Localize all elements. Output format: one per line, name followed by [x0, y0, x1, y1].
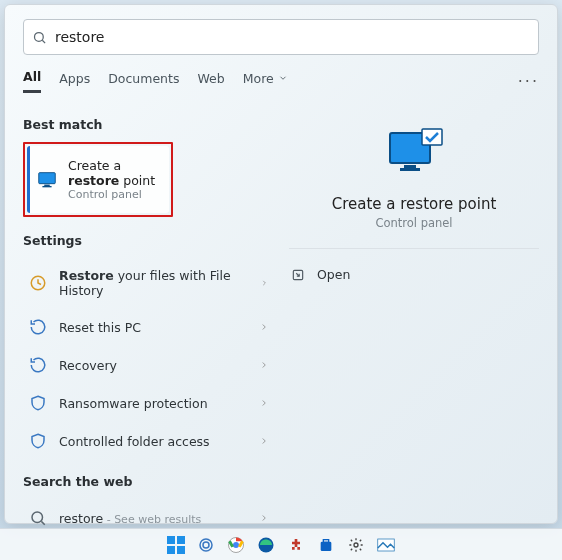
open-icon [291, 268, 305, 282]
search-icon [32, 30, 47, 45]
settings-item-label: Recovery [59, 358, 117, 373]
svg-line-1 [42, 40, 45, 43]
chevron-right-icon [259, 322, 269, 332]
recovery-icon [29, 356, 47, 374]
svg-rect-24 [321, 541, 332, 550]
taskbar-store-icon[interactable] [315, 534, 337, 556]
svg-rect-12 [422, 129, 442, 145]
tab-more-label: More [243, 71, 274, 86]
annotation-highlight: Create a restore point Control panel [23, 142, 173, 217]
shield-icon [29, 394, 47, 412]
settings-item-reset-pc[interactable]: Reset this PC [23, 308, 275, 346]
history-icon [29, 274, 47, 292]
best-match-subtitle: Control panel [68, 188, 159, 201]
tab-all[interactable]: All [23, 69, 41, 93]
svg-line-8 [41, 521, 44, 524]
section-best-match: Best match [23, 117, 275, 132]
chevron-right-icon [259, 513, 269, 523]
detail-title: Create a restore point [289, 195, 539, 213]
settings-item-label: Ransomware protection [59, 396, 208, 411]
settings-item-file-history[interactable]: Restore your files with File History [23, 258, 275, 308]
settings-item-label: Reset this PC [59, 320, 141, 335]
web-result-label: restore - See web results [59, 511, 201, 526]
svg-rect-16 [177, 536, 185, 544]
svg-point-22 [233, 542, 239, 548]
svg-rect-2 [39, 172, 56, 183]
svg-point-7 [32, 512, 43, 523]
tab-web[interactable]: Web [197, 71, 224, 92]
settings-item-ransomware[interactable]: Ransomware protection [23, 384, 275, 422]
detail-pane: Create a restore point Control panel Ope… [289, 111, 539, 511]
svg-rect-17 [167, 546, 175, 554]
start-search-panel: All Apps Documents Web More ··· Best mat… [4, 4, 558, 524]
taskbar-start-button[interactable] [165, 534, 187, 556]
search-box[interactable] [23, 19, 539, 55]
section-web: Search the web [23, 474, 275, 489]
svg-rect-5 [42, 185, 51, 186]
filter-tabs: All Apps Documents Web More ··· [23, 69, 539, 93]
best-match-title: Create a restore point [68, 158, 159, 188]
svg-point-20 [200, 539, 212, 551]
settings-item-label: Controlled folder access [59, 434, 210, 449]
detail-subtitle: Control panel [289, 216, 539, 230]
monitor-icon [36, 169, 58, 191]
taskbar-edge-icon[interactable] [255, 534, 277, 556]
search-icon [29, 509, 47, 527]
taskbar-chrome-icon[interactable] [225, 534, 247, 556]
search-input[interactable] [47, 29, 530, 45]
svg-rect-15 [167, 536, 175, 544]
taskbar [0, 528, 562, 560]
svg-rect-25 [323, 539, 328, 542]
taskbar-icon[interactable] [195, 534, 217, 556]
section-settings: Settings [23, 233, 275, 248]
open-label: Open [317, 267, 350, 282]
chevron-down-icon [278, 73, 288, 83]
svg-rect-4 [44, 184, 50, 185]
svg-rect-18 [177, 546, 185, 554]
chevron-right-icon [260, 278, 269, 288]
svg-point-0 [35, 32, 44, 41]
svg-rect-11 [400, 168, 420, 171]
taskbar-photos-icon[interactable] [375, 534, 397, 556]
shield-icon [29, 432, 47, 450]
tab-more[interactable]: More [243, 71, 288, 92]
tab-documents[interactable]: Documents [108, 71, 179, 92]
more-options-button[interactable]: ··· [518, 72, 539, 91]
taskbar-puzzle-icon[interactable] [285, 534, 307, 556]
open-action[interactable]: Open [289, 263, 539, 286]
taskbar-gear-icon[interactable] [345, 534, 367, 556]
svg-point-19 [203, 542, 209, 548]
chevron-right-icon [259, 360, 269, 370]
chevron-right-icon [259, 398, 269, 408]
settings-item-label: Restore your files with File History [59, 268, 248, 298]
settings-item-recovery[interactable]: Recovery [23, 346, 275, 384]
reset-icon [29, 318, 47, 336]
divider [289, 248, 539, 249]
chevron-right-icon [259, 436, 269, 446]
best-match-item[interactable]: Create a restore point Control panel [27, 146, 169, 213]
settings-item-folder-access[interactable]: Controlled folder access [23, 422, 275, 460]
detail-icon [289, 127, 539, 181]
tab-apps[interactable]: Apps [59, 71, 90, 92]
svg-rect-10 [404, 165, 416, 168]
svg-point-26 [354, 543, 358, 547]
results-column: Best match Create a restore point Contro… [23, 111, 275, 511]
